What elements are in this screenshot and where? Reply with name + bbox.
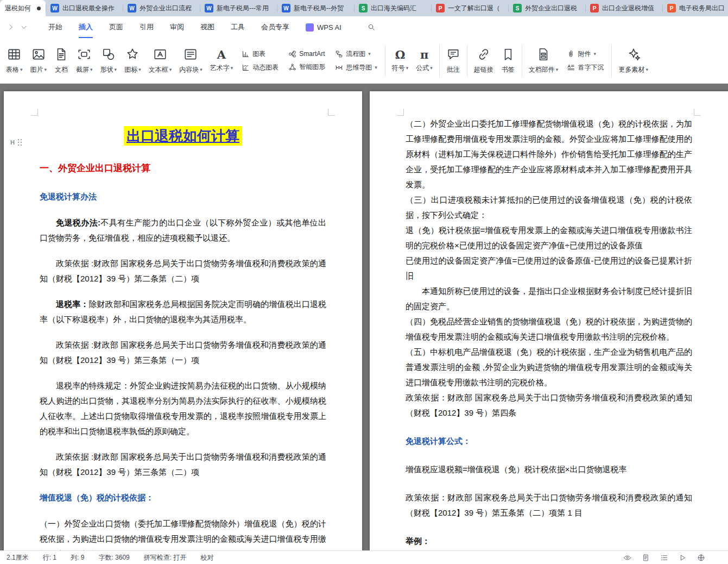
paragraph-p2-7[interactable]: （五）中标机电产品增值税退（免）税的计税依据，生产企业为销售机电产品的普通发票注… bbox=[406, 344, 692, 390]
menu-tab-tools[interactable]: 工具 bbox=[223, 16, 253, 38]
sub-heading-p1-10[interactable]: 增值税退（免）税的计税依据： bbox=[40, 490, 326, 505]
document-tab-doc-6[interactable]: S出口海关编码汇 bbox=[354, 0, 431, 16]
chevron-down-icon[interactable] bbox=[17, 21, 30, 34]
paragraph-p1-11[interactable]: （一）外贸企业出口货物（委托加工修理修配货物除外）增值税退（免）税的计税依据，为… bbox=[40, 516, 326, 550]
toolbar-document-button[interactable]: 文档 bbox=[50, 41, 72, 81]
paragraph-p2-6[interactable]: （四）免税品经营企业销售的货物增值税退（免）税的计税依据，为购进货物的增值税专用… bbox=[406, 314, 692, 344]
wps-writer-window: 退税如何（W出口退税最全操作W外贸企业出口流程W新电子税局---常用W新电子税局… bbox=[0, 0, 728, 564]
sub-heading-p2-9[interactable]: 免退税计算公式： bbox=[406, 434, 692, 449]
status-proofread[interactable]: 校对 bbox=[200, 553, 213, 562]
paragraph-p2-3[interactable]: 退（免）税计税依据=增值税专用发票上的金额或海关进口增值税专用缴款书注明的完税价… bbox=[406, 223, 692, 253]
menu-tab-member[interactable]: 会员专享 bbox=[253, 16, 297, 38]
paragraph-drag-handle[interactable]: H bbox=[10, 138, 23, 147]
paragraph-p2-11[interactable]: 政策依据：财政部 国家税务总局关于出口货物劳务增值税和消费税政策的通知（财税【2… bbox=[406, 490, 692, 521]
menu-tab-reference[interactable]: 引用 bbox=[131, 16, 162, 38]
document-tab-doc-3[interactable]: W外贸企业出口流程 bbox=[123, 0, 200, 16]
tab-title: 新电子税局--外贸 bbox=[294, 4, 349, 13]
toolbar-label: 附件 bbox=[578, 49, 591, 59]
paragraph-p2-5[interactable]: 本通知所称已使用过的设备，是指出口企业根据财务会计制度已经计提折旧的固定资产。 bbox=[406, 284, 692, 314]
toolbar-bookmark-button[interactable]: 书签 bbox=[497, 41, 519, 81]
document-tab-doc-2[interactable]: W出口退税最全操作 bbox=[46, 0, 123, 16]
dropdown-caret-icon: ▾ bbox=[200, 67, 202, 72]
paragraph-p2-10[interactable]: 增值税应退税额=增值税退（免）税计税依据×出口货物退税率 bbox=[406, 462, 692, 477]
eye-protection-icon[interactable] bbox=[623, 554, 631, 562]
status-word-count[interactable]: 字数: 3609 bbox=[98, 553, 129, 562]
sub-heading-p1-3[interactable]: 免退税计算办法 bbox=[40, 189, 326, 204]
toolbar-hyperlink-button[interactable]: 超链接 bbox=[470, 41, 497, 81]
page-view-icon[interactable] bbox=[642, 554, 650, 562]
paragraph-p1-4[interactable]: 免退税办法:不具有生产能力的出口企业（以下称外贸企业）或其他单位出口货物劳务，免… bbox=[40, 215, 326, 246]
dropdown-caret-icon: ▾ bbox=[115, 67, 117, 72]
toolbar-wordart-button[interactable]: A艺术字▾ bbox=[206, 41, 237, 81]
web-layout-icon[interactable] bbox=[697, 554, 705, 562]
section-heading-p1-2[interactable]: 一、外贸企业出口退税计算 bbox=[40, 161, 326, 176]
document-tab-doc-7[interactable]: P一文了解出口退（ bbox=[431, 0, 508, 16]
status-column[interactable]: 列: 9 bbox=[71, 553, 84, 562]
document-tab-doc-5[interactable]: W新电子税局--外贸 bbox=[277, 0, 354, 16]
paragraph-p1-7[interactable]: 政策依据 :财政部 国家税务总局关于出口货物劳务增值税和消费税政策的通知（财税【… bbox=[40, 337, 326, 368]
paragraph-p2-12[interactable]: 举例： bbox=[406, 534, 692, 549]
paragraph-p1-6[interactable]: 退税率：除财政部和国家税务总局根据国务院决定而明确的增值税出口退税率（以下称退税… bbox=[40, 297, 326, 327]
chevron-right-icon[interactable] bbox=[4, 21, 17, 34]
tab-title: 电子税务局出口 bbox=[679, 4, 728, 13]
toolbar-shapes-button[interactable]: 形状▾ bbox=[97, 41, 121, 81]
paragraph-p1-8[interactable]: 退税率的特殊规定：外贸企业购进按简易办法征税的出口货物、从小规模纳税人购进的出口… bbox=[40, 378, 326, 439]
toolbar-smartart-button[interactable]: SmartArt bbox=[288, 50, 325, 58]
toolbar-icon-library-button[interactable]: 图标▾ bbox=[121, 41, 145, 81]
toolbar-dynamic-chart-button[interactable]: 动态图表 bbox=[242, 63, 278, 72]
toolbar-table-button[interactable]: 表格▾ bbox=[2, 41, 27, 81]
toolbar-mindmap-button[interactable]: 思维导图▾ bbox=[335, 63, 377, 72]
paragraph-p1-9[interactable]: 政策依据 :财政部 国家税务总局关于出口货物劳务增值税和消费税政策的通知（财税【… bbox=[40, 449, 326, 480]
menu-tab-review[interactable]: 审阅 bbox=[162, 16, 192, 38]
content-block-icon bbox=[183, 47, 198, 62]
menu-tab-label: 引用 bbox=[140, 22, 154, 32]
margin-mark-icon bbox=[397, 109, 404, 116]
tab-title: 外贸企业出口流程 bbox=[140, 4, 195, 13]
status-spellcheck[interactable]: 拼写检查: 打开 bbox=[144, 553, 187, 562]
paragraph-p2-1[interactable]: （二）外贸企业出口委托加工修理修配货物增值税退（免）税的计税依据，为加工修理修配… bbox=[406, 116, 692, 192]
menu-tab-wps-ai[interactable]: WPS AI bbox=[297, 16, 350, 38]
toolbar-content-block-button[interactable]: 内容块▾ bbox=[175, 41, 206, 81]
toolbar-picture-button[interactable]: 图片▾ bbox=[27, 41, 51, 81]
menu-tab-label: 页面 bbox=[109, 22, 123, 32]
document-title-p1-1[interactable]: 出口退税如何计算 bbox=[40, 125, 326, 149]
play-icon[interactable] bbox=[679, 554, 687, 562]
toolbar-symbol-button[interactable]: Ω符号▾ bbox=[388, 41, 413, 81]
toolbar-textbox-button[interactable]: 文本框▾ bbox=[145, 41, 176, 81]
file-type-p-icon: P bbox=[667, 4, 676, 12]
toolbar-label: 文档 bbox=[55, 65, 68, 74]
hyperlink-icon bbox=[477, 47, 491, 62]
outline-view-icon[interactable] bbox=[660, 554, 668, 562]
document-tab-current[interactable]: 退税如何（ bbox=[0, 0, 46, 16]
toolbar-flowchart-button[interactable]: 流程图▾ bbox=[335, 49, 377, 59]
toolbar-more-materials-button[interactable]: 更多素材▾ bbox=[615, 41, 652, 81]
page-2-text-area[interactable]: （二）外贸企业出口委托加工修理修配货物增值税退（免）税的计税依据，为加工修理修配… bbox=[406, 116, 692, 549]
paragraph-p2-4[interactable]: 已使用过的设备固定资产净值=已使用过的设备原值-已使用过的设备已提累计折旧 bbox=[406, 253, 692, 284]
file-type-w-icon: W bbox=[50, 4, 59, 12]
document-tab-doc-10[interactable]: P电子税务局出口 bbox=[662, 0, 728, 16]
toolbar-drop-cap-button[interactable]: 首字下沉 bbox=[567, 63, 604, 72]
page-1-text-area[interactable]: 出口退税如何计算一、外贸企业出口退税计算免退税计算办法免退税办法:不具有生产能力… bbox=[40, 125, 326, 550]
toolbar-comment-button[interactable]: 批注 bbox=[442, 41, 464, 81]
flowchart-icon bbox=[335, 50, 343, 58]
toolbar-smart-graphic-button[interactable]: 智能图形 bbox=[288, 62, 325, 72]
status-line[interactable]: 行: 1 bbox=[43, 553, 56, 562]
search-icon[interactable] bbox=[365, 21, 378, 34]
toolbar-screenshot-button[interactable]: 截屏▾ bbox=[72, 41, 97, 81]
toolbar-doc-parts-button[interactable]: 文档部件▾ bbox=[525, 41, 562, 81]
toolbar-attachment-button[interactable]: 附件▾ bbox=[567, 49, 604, 59]
document-tab-doc-4[interactable]: W新电子税局---常用 bbox=[200, 0, 277, 16]
document-tab-doc-9[interactable]: P出口企业退税增值 bbox=[585, 0, 662, 16]
paragraph-p2-2[interactable]: （三）出口进项税额未计算抵扣的已使用过的设备增值税退（免）税的计税依据，按下列公… bbox=[406, 192, 692, 223]
menu-tab-page[interactable]: 页面 bbox=[101, 16, 131, 38]
toolbar-chart-button[interactable]: 图表 bbox=[242, 49, 278, 59]
menu-tab-view[interactable]: 视图 bbox=[192, 16, 223, 38]
document-workspace: H 出口退税如何计算一、外贸企业出口退税计算免退税计算办法免退税办法:不具有生产… bbox=[0, 84, 728, 550]
menu-tab-insert[interactable]: 插入 bbox=[71, 16, 101, 38]
menu-tab-start[interactable]: 开始 bbox=[40, 16, 71, 38]
toolbar-formula-button[interactable]: π公式▾ bbox=[412, 41, 436, 81]
paragraph-p1-5[interactable]: 政策依据 :财政部 国家税务总局关于出口货物劳务增值税和消费税政策的通知（财税【… bbox=[40, 256, 326, 286]
menu-items: 开始插入页面引用审阅视图工具会员专享WPS AI bbox=[40, 16, 350, 38]
document-tab-doc-8[interactable]: S外贸企业出口退税 bbox=[508, 0, 585, 16]
paragraph-p2-8[interactable]: 政策依据：财政部 国家税务总局关于出口货物劳务增值税和消费税政策的通知（财税【2… bbox=[406, 390, 692, 421]
